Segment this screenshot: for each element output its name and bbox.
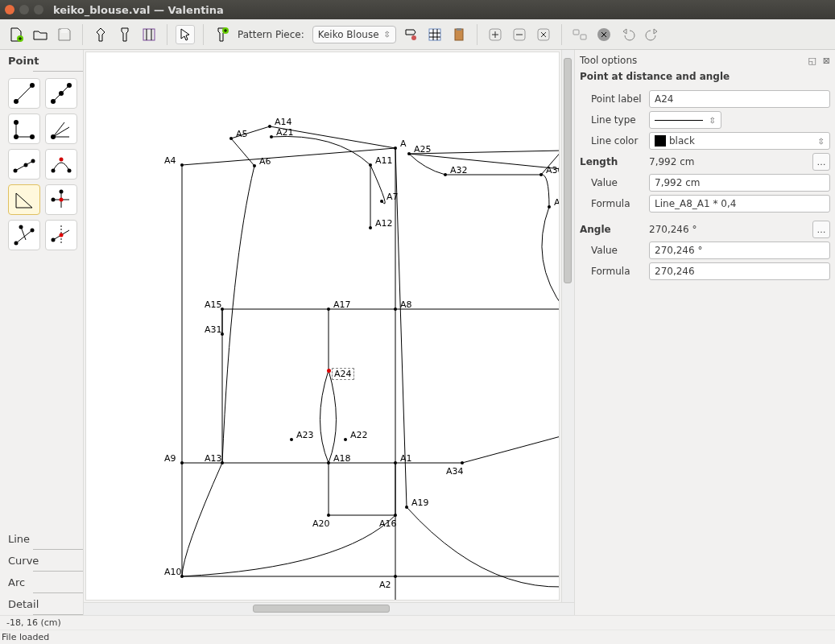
- pattern-point-A21[interactable]: A21: [276, 127, 294, 138]
- pattern-point-A4[interactable]: A4: [164, 155, 176, 166]
- length-display: 7,992 cm: [649, 156, 808, 167]
- pattern-point-A35[interactable]: A35: [554, 197, 560, 208]
- pattern-point-A17[interactable]: A17: [333, 299, 351, 310]
- line-color-lbl: Line color: [580, 135, 644, 147]
- pattern-point-A11[interactable]: A11: [375, 155, 393, 166]
- svg-line-70: [409, 151, 559, 154]
- point-label-input[interactable]: A24: [649, 90, 830, 108]
- layout-icon[interactable]: [139, 25, 159, 44]
- window-maximize-button[interactable]: [34, 5, 43, 14]
- drawing-canvas[interactable]: AA1A2A3A4A5A6A7A8A9A10A11A12A13A14A15A16…: [85, 52, 560, 601]
- open-file-icon[interactable]: [31, 25, 50, 44]
- pattern-point-A14[interactable]: A14: [275, 117, 292, 127]
- pattern-point-A24[interactable]: A24: [332, 369, 354, 379]
- save-file-icon[interactable]: [55, 25, 74, 44]
- tool-triangle[interactable]: [8, 184, 40, 215]
- zoom-fit-icon[interactable]: [534, 25, 553, 44]
- pattern-point-A22[interactable]: A22: [350, 430, 368, 440]
- options-icon[interactable]: [401, 25, 420, 44]
- individual-measurements-icon[interactable]: [91, 25, 110, 44]
- vertical-scrollbar[interactable]: [561, 50, 574, 602]
- length-formula-input[interactable]: Line_A8_A1 * 0,4: [649, 195, 830, 213]
- tool-point-of-contact[interactable]: [45, 149, 77, 180]
- tool-point-intersection[interactable]: [45, 184, 77, 215]
- tab-detail[interactable]: Detail: [0, 593, 83, 615]
- pattern-point-A13[interactable]: A13: [205, 453, 222, 464]
- tool-line-intersect-axis[interactable]: [45, 220, 77, 250]
- tool-normal[interactable]: [8, 114, 40, 144]
- pattern-point-A8[interactable]: A8: [400, 299, 412, 310]
- svg-point-34: [52, 169, 56, 173]
- table-icon[interactable]: [425, 25, 444, 44]
- tool-endpoint[interactable]: [8, 78, 40, 109]
- zoom-in-icon[interactable]: [486, 25, 505, 44]
- clipboard-icon[interactable]: [449, 25, 469, 44]
- pattern-point-A1[interactable]: A1: [400, 453, 412, 464]
- tool-along-line[interactable]: [45, 78, 77, 109]
- pattern-point-A16[interactable]: A16: [379, 518, 397, 529]
- pattern-point-A19[interactable]: A19: [411, 497, 429, 508]
- window-close-button[interactable]: [5, 5, 14, 14]
- angle-value-lbl: Value: [580, 245, 644, 256]
- zoom-out-icon[interactable]: [510, 25, 529, 44]
- pointer-tool-icon[interactable]: [176, 25, 195, 44]
- svg-point-25: [14, 120, 19, 125]
- tool-shoulder[interactable]: [8, 149, 40, 180]
- svg-rect-2: [143, 29, 155, 40]
- tool-bisector[interactable]: [45, 114, 77, 144]
- chevron-updown-icon: ⇳: [818, 137, 825, 146]
- new-pattern-piece-icon[interactable]: [212, 25, 231, 44]
- undo-icon[interactable]: [618, 25, 638, 44]
- angle-formula-input[interactable]: 270,246: [649, 262, 830, 280]
- pattern-point-A7[interactable]: A7: [386, 192, 399, 202]
- length-heading: Length: [580, 156, 644, 167]
- tab-line[interactable]: Line: [0, 528, 83, 550]
- pattern-point-A[interactable]: A: [400, 138, 407, 149]
- pattern-point-A18[interactable]: A18: [333, 453, 351, 464]
- length-value-input[interactable]: 7,992 cm: [649, 174, 830, 192]
- pattern-piece-icon[interactable]: [115, 25, 134, 44]
- svg-point-45: [31, 229, 35, 233]
- tab-curve[interactable]: Curve: [0, 550, 83, 572]
- pattern-point-A34[interactable]: A34: [446, 466, 464, 477]
- svg-rect-1: [61, 29, 68, 33]
- pattern-point-A30[interactable]: A30: [546, 165, 560, 175]
- angle-value-input[interactable]: 270,246 °: [649, 242, 830, 259]
- new-file-icon[interactable]: [6, 25, 26, 44]
- angle-formula-button[interactable]: …: [812, 221, 830, 238]
- pattern-point-A20[interactable]: A20: [312, 518, 330, 529]
- line-type-lbl: Line type: [580, 114, 644, 126]
- pattern-point-A12[interactable]: A12: [375, 218, 393, 229]
- pattern-piece-select[interactable]: Keiko Blouse ⇳: [312, 26, 396, 43]
- zoom-original-icon[interactable]: [570, 25, 589, 44]
- pattern-point-A10[interactable]: A10: [164, 567, 182, 577]
- pattern-point-A9[interactable]: A9: [164, 453, 176, 464]
- pattern-point-A32[interactable]: A32: [450, 165, 468, 175]
- pattern-point-A15[interactable]: A15: [205, 299, 222, 310]
- redo-icon[interactable]: [643, 25, 662, 44]
- window-minimize-button[interactable]: [19, 5, 29, 14]
- tab-arc[interactable]: Arc: [0, 572, 83, 593]
- svg-point-46: [19, 225, 23, 229]
- line-type-select[interactable]: ⇳: [649, 111, 721, 129]
- status-coords: -18, 16 (cm): [0, 615, 835, 630]
- pattern-piece-value: Keiko Blouse: [318, 29, 379, 40]
- svg-line-43: [21, 227, 26, 240]
- tab-point[interactable]: Point: [0, 50, 83, 72]
- panel-detach-icon[interactable]: ◱: [808, 56, 816, 66]
- length-formula-button[interactable]: …: [812, 153, 830, 171]
- pattern-point-A23[interactable]: A23: [296, 430, 314, 440]
- pattern-point-A31[interactable]: A31: [205, 324, 222, 335]
- tool-title: Point at distance and angle: [580, 69, 830, 87]
- tool-height[interactable]: [8, 220, 40, 250]
- stop-icon[interactable]: [594, 25, 614, 44]
- line-color-select[interactable]: black ⇳: [649, 132, 830, 150]
- pattern-point-A2[interactable]: A2: [379, 580, 391, 590]
- pattern-point-A5[interactable]: A5: [236, 129, 248, 139]
- svg-point-32: [24, 163, 28, 167]
- pattern-point-A25[interactable]: A25: [414, 144, 432, 155]
- svg-point-39: [60, 190, 64, 194]
- horizontal-scrollbar[interactable]: [84, 602, 574, 615]
- pattern-point-A6[interactable]: A6: [259, 156, 271, 167]
- panel-close-icon[interactable]: ⊠: [823, 56, 830, 66]
